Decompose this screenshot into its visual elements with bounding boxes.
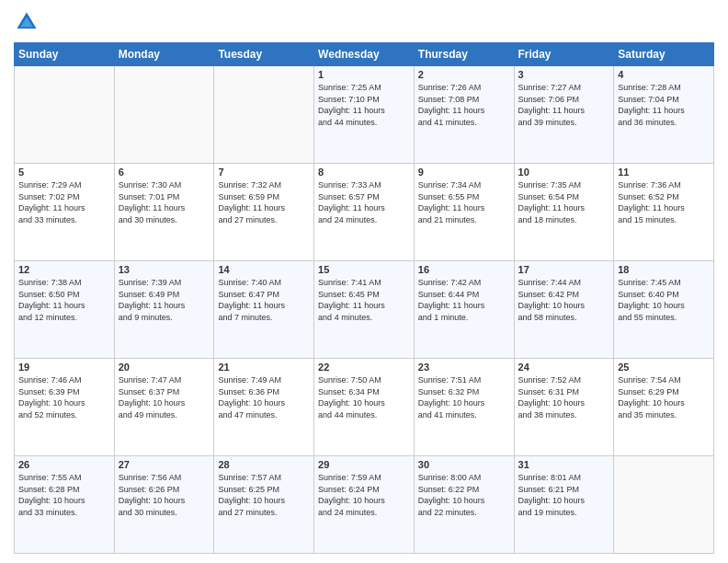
calendar-cell: 25Sunrise: 7:54 AM Sunset: 6:29 PM Dayli…: [614, 359, 714, 456]
week-row-5: 26Sunrise: 7:55 AM Sunset: 6:28 PM Dayli…: [15, 456, 714, 554]
calendar-cell: [15, 66, 115, 164]
weekday-header-sunday: Sunday: [15, 43, 115, 66]
day-info: Sunrise: 7:54 AM Sunset: 6:29 PM Dayligh…: [618, 374, 710, 420]
day-info: Sunrise: 7:35 AM Sunset: 6:54 PM Dayligh…: [518, 179, 610, 225]
day-info: Sunrise: 7:26 AM Sunset: 7:08 PM Dayligh…: [418, 82, 510, 128]
day-info: Sunrise: 7:29 AM Sunset: 7:02 PM Dayligh…: [18, 179, 110, 225]
day-info: Sunrise: 7:40 AM Sunset: 6:47 PM Dayligh…: [218, 277, 310, 323]
day-info: Sunrise: 8:01 AM Sunset: 6:21 PM Dayligh…: [518, 472, 610, 518]
day-info: Sunrise: 7:36 AM Sunset: 6:52 PM Dayligh…: [618, 179, 710, 225]
calendar-cell: 16Sunrise: 7:42 AM Sunset: 6:44 PM Dayli…: [414, 261, 514, 359]
day-number: 20: [119, 362, 210, 373]
day-number: 17: [518, 264, 610, 275]
day-number: 6: [119, 167, 210, 178]
logo: [14, 9, 41, 35]
calendar-cell: 1Sunrise: 7:25 AM Sunset: 7:10 PM Daylig…: [314, 66, 415, 164]
calendar-cell: 11Sunrise: 7:36 AM Sunset: 6:52 PM Dayli…: [614, 164, 714, 261]
calendar-cell: 24Sunrise: 7:52 AM Sunset: 6:31 PM Dayli…: [514, 359, 614, 456]
calendar-cell: 31Sunrise: 8:01 AM Sunset: 6:21 PM Dayli…: [514, 456, 614, 554]
page: SundayMondayTuesdayWednesdayThursdayFrid…: [0, 0, 728, 563]
calendar-cell: 4Sunrise: 7:28 AM Sunset: 7:04 PM Daylig…: [614, 66, 714, 164]
day-info: Sunrise: 7:47 AM Sunset: 6:37 PM Dayligh…: [119, 374, 210, 420]
day-number: 31: [518, 459, 610, 470]
calendar-cell: 22Sunrise: 7:50 AM Sunset: 6:34 PM Dayli…: [314, 359, 415, 456]
day-info: Sunrise: 7:56 AM Sunset: 6:26 PM Dayligh…: [119, 472, 210, 518]
day-info: Sunrise: 7:39 AM Sunset: 6:49 PM Dayligh…: [119, 277, 210, 323]
calendar-cell: 3Sunrise: 7:27 AM Sunset: 7:06 PM Daylig…: [514, 66, 614, 164]
weekday-header-thursday: Thursday: [414, 43, 514, 66]
day-info: Sunrise: 7:42 AM Sunset: 6:44 PM Dayligh…: [418, 277, 510, 323]
calendar-cell: 6Sunrise: 7:30 AM Sunset: 7:01 PM Daylig…: [114, 164, 214, 261]
calendar-cell: 2Sunrise: 7:26 AM Sunset: 7:08 PM Daylig…: [414, 66, 514, 164]
day-info: Sunrise: 8:00 AM Sunset: 6:22 PM Dayligh…: [418, 472, 510, 518]
calendar-cell: 21Sunrise: 7:49 AM Sunset: 6:36 PM Dayli…: [214, 359, 314, 456]
day-number: 27: [119, 459, 210, 470]
day-info: Sunrise: 7:46 AM Sunset: 6:39 PM Dayligh…: [18, 374, 110, 420]
calendar-cell: 13Sunrise: 7:39 AM Sunset: 6:49 PM Dayli…: [114, 261, 214, 359]
calendar-cell: 27Sunrise: 7:56 AM Sunset: 6:26 PM Dayli…: [114, 456, 214, 554]
day-number: 23: [418, 362, 510, 373]
weekday-header-monday: Monday: [114, 43, 214, 66]
calendar-cell: 30Sunrise: 8:00 AM Sunset: 6:22 PM Dayli…: [414, 456, 514, 554]
calendar-cell: 19Sunrise: 7:46 AM Sunset: 6:39 PM Dayli…: [15, 359, 115, 456]
day-info: Sunrise: 7:30 AM Sunset: 7:01 PM Dayligh…: [119, 179, 210, 225]
header: [14, 9, 714, 35]
header-row: SundayMondayTuesdayWednesdayThursdayFrid…: [15, 43, 714, 66]
calendar-cell: 23Sunrise: 7:51 AM Sunset: 6:32 PM Dayli…: [414, 359, 514, 456]
week-row-1: 1Sunrise: 7:25 AM Sunset: 7:10 PM Daylig…: [15, 66, 714, 164]
day-info: Sunrise: 7:25 AM Sunset: 7:10 PM Dayligh…: [318, 82, 410, 128]
calendar-cell: 17Sunrise: 7:44 AM Sunset: 6:42 PM Dayli…: [514, 261, 614, 359]
calendar-cell: 10Sunrise: 7:35 AM Sunset: 6:54 PM Dayli…: [514, 164, 614, 261]
day-number: 14: [218, 264, 310, 275]
day-info: Sunrise: 7:41 AM Sunset: 6:45 PM Dayligh…: [318, 277, 410, 323]
week-row-3: 12Sunrise: 7:38 AM Sunset: 6:50 PM Dayli…: [15, 261, 714, 359]
day-info: Sunrise: 7:51 AM Sunset: 6:32 PM Dayligh…: [418, 374, 510, 420]
calendar-cell: 28Sunrise: 7:57 AM Sunset: 6:25 PM Dayli…: [214, 456, 314, 554]
day-info: Sunrise: 7:34 AM Sunset: 6:55 PM Dayligh…: [418, 179, 510, 225]
calendar-cell: [114, 66, 214, 164]
day-number: 13: [119, 264, 210, 275]
calendar-cell: 15Sunrise: 7:41 AM Sunset: 6:45 PM Dayli…: [314, 261, 415, 359]
day-info: Sunrise: 7:57 AM Sunset: 6:25 PM Dayligh…: [218, 472, 310, 518]
calendar-cell: [214, 66, 314, 164]
calendar-cell: 9Sunrise: 7:34 AM Sunset: 6:55 PM Daylig…: [414, 164, 514, 261]
weekday-header-friday: Friday: [514, 43, 614, 66]
day-number: 26: [18, 459, 110, 470]
day-number: 22: [318, 362, 410, 373]
day-number: 2: [418, 69, 510, 80]
calendar-cell: 14Sunrise: 7:40 AM Sunset: 6:47 PM Dayli…: [214, 261, 314, 359]
day-number: 29: [318, 459, 410, 470]
week-row-4: 19Sunrise: 7:46 AM Sunset: 6:39 PM Dayli…: [15, 359, 714, 456]
day-number: 16: [418, 264, 510, 275]
weekday-header-wednesday: Wednesday: [314, 43, 415, 66]
calendar-cell: [614, 456, 714, 554]
day-info: Sunrise: 7:50 AM Sunset: 6:34 PM Dayligh…: [318, 374, 410, 420]
calendar-cell: 26Sunrise: 7:55 AM Sunset: 6:28 PM Dayli…: [15, 456, 115, 554]
day-number: 24: [518, 362, 610, 373]
calendar-cell: 5Sunrise: 7:29 AM Sunset: 7:02 PM Daylig…: [15, 164, 115, 261]
day-info: Sunrise: 7:49 AM Sunset: 6:36 PM Dayligh…: [218, 374, 310, 420]
day-info: Sunrise: 7:27 AM Sunset: 7:06 PM Dayligh…: [518, 82, 610, 128]
day-info: Sunrise: 7:32 AM Sunset: 6:59 PM Dayligh…: [218, 179, 310, 225]
day-info: Sunrise: 7:52 AM Sunset: 6:31 PM Dayligh…: [518, 374, 610, 420]
day-number: 12: [18, 264, 110, 275]
calendar-cell: 29Sunrise: 7:59 AM Sunset: 6:24 PM Dayli…: [314, 456, 415, 554]
calendar-cell: 7Sunrise: 7:32 AM Sunset: 6:59 PM Daylig…: [214, 164, 314, 261]
day-info: Sunrise: 7:28 AM Sunset: 7:04 PM Dayligh…: [618, 82, 710, 128]
day-info: Sunrise: 7:44 AM Sunset: 6:42 PM Dayligh…: [518, 277, 610, 323]
logo-icon: [14, 9, 40, 35]
day-number: 19: [18, 362, 110, 373]
day-info: Sunrise: 7:38 AM Sunset: 6:50 PM Dayligh…: [18, 277, 110, 323]
calendar-cell: 20Sunrise: 7:47 AM Sunset: 6:37 PM Dayli…: [114, 359, 214, 456]
day-info: Sunrise: 7:55 AM Sunset: 6:28 PM Dayligh…: [18, 472, 110, 518]
day-info: Sunrise: 7:45 AM Sunset: 6:40 PM Dayligh…: [618, 277, 710, 323]
weekday-header-saturday: Saturday: [614, 43, 714, 66]
week-row-2: 5Sunrise: 7:29 AM Sunset: 7:02 PM Daylig…: [15, 164, 714, 261]
day-number: 3: [518, 69, 610, 80]
calendar-cell: 12Sunrise: 7:38 AM Sunset: 6:50 PM Dayli…: [15, 261, 115, 359]
day-number: 21: [218, 362, 310, 373]
day-info: Sunrise: 7:33 AM Sunset: 6:57 PM Dayligh…: [318, 179, 410, 225]
calendar: SundayMondayTuesdayWednesdayThursdayFrid…: [14, 42, 714, 554]
day-number: 25: [618, 362, 710, 373]
day-number: 10: [518, 167, 610, 178]
